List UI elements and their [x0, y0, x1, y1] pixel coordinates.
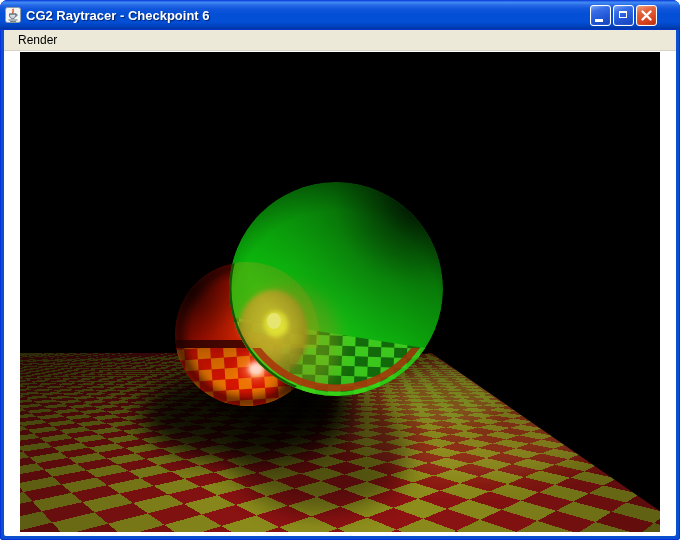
minimize-icon	[595, 19, 603, 22]
maximize-button[interactable]	[613, 5, 634, 26]
titlebar[interactable]: CG2 Raytracer - Checkpoint 6	[0, 0, 680, 30]
menubar: Render	[4, 30, 676, 51]
app-window: CG2 Raytracer - Checkpoint 6 Render	[0, 0, 680, 540]
maximize-icon	[619, 11, 627, 18]
menu-render[interactable]: Render	[12, 31, 63, 49]
java-coffee-cup-icon	[5, 7, 21, 23]
window-controls	[590, 5, 657, 26]
content-area	[4, 51, 676, 536]
raytraced-canvas	[20, 52, 660, 532]
close-icon	[640, 9, 653, 25]
close-button[interactable]	[636, 5, 657, 26]
window-title: CG2 Raytracer - Checkpoint 6	[26, 8, 590, 23]
minimize-button[interactable]	[590, 5, 611, 26]
